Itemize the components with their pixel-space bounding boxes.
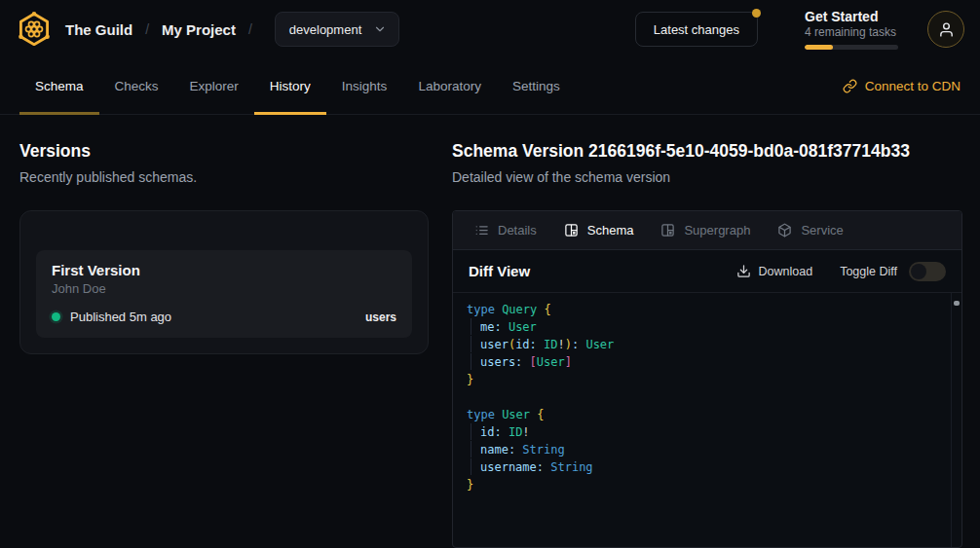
code-line: me: User <box>467 318 948 336</box>
code-line: } <box>467 476 948 493</box>
nav-tab-schema[interactable]: Schema <box>19 58 99 114</box>
tab-supergraph[interactable]: Supergraph <box>647 211 764 249</box>
breadcrumb-separator: / <box>248 21 252 37</box>
version-name: First Version <box>52 262 396 278</box>
diff-view-title: Diff View <box>469 263 530 279</box>
get-started-widget[interactable]: Get Started 4 remaining tasks <box>805 9 898 50</box>
indent-guide <box>471 336 480 352</box>
indent-guide <box>471 353 480 370</box>
cube-icon <box>777 223 792 237</box>
download-button[interactable]: Download <box>736 264 813 278</box>
target-selector-value: development <box>289 22 361 37</box>
version-detail-panel: DetailsSchemaSupergraphService Diff View… <box>452 210 962 548</box>
app-header: The Guild / My Project / development Lat… <box>0 0 980 58</box>
version-detail-column: Schema Version 2166196f-5e10-4059-bd0a-0… <box>452 115 962 548</box>
page-content: Versions Recently published schemas. Fir… <box>0 115 980 548</box>
list-icon <box>474 223 489 237</box>
link-icon <box>843 79 857 93</box>
hive-logo-icon[interactable] <box>16 11 53 48</box>
versions-title: Versions <box>19 140 429 162</box>
tab-service[interactable]: Service <box>764 211 856 249</box>
nav-tab-checks[interactable]: Checks <box>99 58 174 114</box>
versions-subtitle: Recently published schemas. <box>19 169 429 186</box>
detail-panel-tabs: DetailsSchemaSupergraphService <box>453 211 961 250</box>
schema-code-viewer[interactable]: type Query {me: Useruser(id: ID!): Useru… <box>453 293 961 547</box>
tab-schema[interactable]: Schema <box>550 211 648 249</box>
code-line: users: [User] <box>467 353 948 371</box>
nav-tab-explorer[interactable]: Explorer <box>174 58 254 114</box>
header-right-group: Latest changes Get Started 4 remaining t… <box>635 9 964 50</box>
toggle-knob <box>911 264 926 279</box>
toggle-diff-switch[interactable] <box>909 262 946 281</box>
scrollbar[interactable] <box>951 293 961 547</box>
code-line: id: ID! <box>467 423 948 441</box>
nav-tab-settings[interactable]: Settings <box>497 58 576 114</box>
download-icon <box>736 264 751 278</box>
connect-to-cdn-link[interactable]: Connect to CDN <box>843 58 961 114</box>
versions-column: Versions Recently published schemas. Fir… <box>19 115 429 548</box>
target-nav-tabs: SchemaChecksExplorerHistoryInsightsLabor… <box>0 58 980 115</box>
published-status-label: Published 5m ago <box>70 310 171 324</box>
breadcrumb-org[interactable]: The Guild <box>65 21 132 38</box>
nav-tab-laboratory[interactable]: Laboratory <box>402 58 497 114</box>
diff-view-toolbar: Diff View Download Toggle Diff <box>453 250 961 293</box>
code-line: name: String <box>467 441 948 458</box>
indent-guide <box>471 441 480 457</box>
user-avatar-button[interactable] <box>927 11 964 48</box>
active-tab-underline <box>19 112 99 115</box>
code-line <box>467 388 948 406</box>
chevron-down-icon <box>373 22 387 36</box>
version-author: John Doe <box>52 281 396 296</box>
breadcrumb-separator: / <box>145 21 149 37</box>
code-line: user(id: ID!): User <box>467 336 948 353</box>
code-block: type Query {me: Useruser(id: ID!): Useru… <box>453 293 961 501</box>
scrollbar-thumb[interactable] <box>954 301 960 306</box>
version-detail-title: Schema Version 2166196f-5e10-4059-bd0a-0… <box>452 140 962 162</box>
latest-changes-button[interactable]: Latest changes <box>635 12 758 47</box>
indent-guide <box>471 423 480 440</box>
toggle-diff-group: Toggle Diff <box>840 262 946 281</box>
service-badge: users <box>365 311 396 324</box>
nav-tab-history[interactable]: History <box>254 58 326 114</box>
get-started-progress-fill <box>805 45 833 50</box>
version-meta-row: Published 5m ago users <box>52 310 396 324</box>
version-list-item[interactable]: First Version John Doe Published 5m ago … <box>36 250 412 338</box>
published-status-dot <box>52 312 60 321</box>
nav-tab-insights[interactable]: Insights <box>326 58 403 114</box>
toggle-diff-label: Toggle Diff <box>840 265 897 278</box>
columns-icon <box>564 223 579 237</box>
notification-dot <box>752 9 761 18</box>
person-icon <box>938 21 955 38</box>
diff-view-actions: Download Toggle Diff <box>736 262 946 281</box>
code-line: type User { <box>467 406 948 423</box>
get-started-title: Get Started <box>805 9 898 24</box>
tab-details[interactable]: Details <box>461 211 550 249</box>
versions-list-card: First Version John Doe Published 5m ago … <box>19 210 429 354</box>
target-selector-dropdown[interactable]: development <box>275 12 399 47</box>
breadcrumb-project[interactable]: My Project <box>162 21 236 38</box>
get-started-progress-track <box>805 45 898 50</box>
code-line: type Query { <box>467 301 948 318</box>
indent-guide <box>471 318 480 335</box>
code-line: } <box>467 371 948 388</box>
active-tab-underline <box>254 112 326 115</box>
get-started-subtitle: 4 remaining tasks <box>805 25 898 39</box>
columns-icon <box>660 223 675 237</box>
version-detail-subtitle: Detailed view of the schema version <box>452 169 962 186</box>
indent-guide <box>471 458 480 475</box>
code-line: username: String <box>467 458 948 476</box>
